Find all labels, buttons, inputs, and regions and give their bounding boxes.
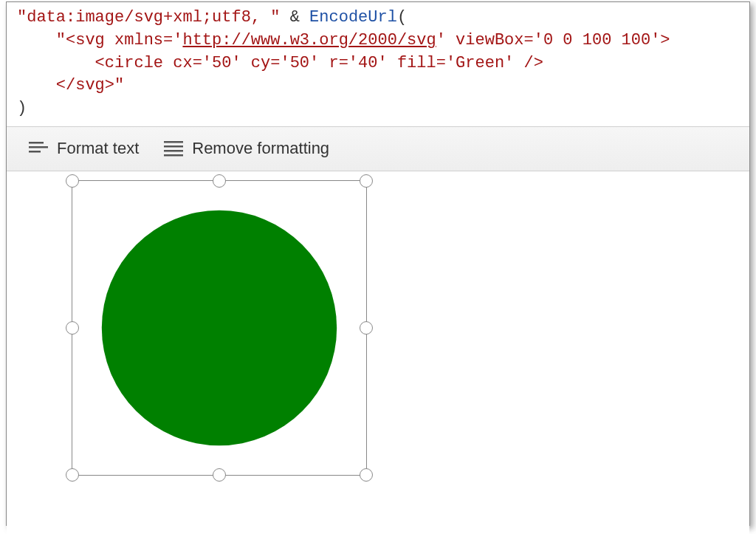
svg-rect-2 [29,151,41,153]
remove-formatting-button[interactable]: Remove formatting [164,139,329,158]
svg-preview [72,181,366,475]
resize-handle-bl[interactable] [66,468,79,482]
editor-frame: "data:image/svg+xml;utf8, " & EncodeUrl(… [6,1,750,526]
formula-lparen: ( [397,8,407,27]
resize-handle-mr[interactable] [360,321,373,335]
resize-handle-tm[interactable] [213,174,226,188]
formula-line2a: "<svg xmlns=' [17,31,182,49]
svg-rect-3 [164,141,183,143]
resize-handle-bm[interactable] [213,468,226,482]
formula-bar[interactable]: "data:image/svg+xml;utf8, " & EncodeUrl(… [7,2,749,127]
toolbar: Format text Remove formatting [7,127,749,171]
preview-circle [102,210,337,445]
formula-line3: <circle cx='50' cy='50' r='40' fill='Gre… [17,54,543,72]
formula-url: http://www.w3.org/2000/svg [182,31,436,49]
svg-rect-6 [164,154,183,157]
resize-handle-tl[interactable] [66,174,79,188]
resize-handle-tr[interactable] [360,174,373,188]
format-text-button[interactable]: Format text [29,139,139,158]
format-text-label: Format text [57,139,139,158]
remove-formatting-icon [164,140,183,157]
formula-line4: </svg>" [17,76,124,95]
formula-func: EncodeUrl [309,8,397,27]
format-text-icon [29,140,48,157]
resize-handle-ml[interactable] [66,321,79,335]
resize-handle-br[interactable] [360,468,373,482]
svg-rect-0 [29,142,44,144]
svg-rect-5 [164,150,183,152]
svg-rect-4 [164,146,183,148]
svg-rect-1 [29,146,48,148]
formula-prefix: "data:image/svg+xml;utf8, " [17,8,280,27]
formula-line2b: ' viewBox='0 0 100 100'> [436,31,670,49]
formula-op: & [280,8,309,27]
remove-formatting-label: Remove formatting [192,139,329,158]
formula-rparen: ) [17,99,27,117]
image-control[interactable] [72,180,367,476]
canvas[interactable] [7,171,749,534]
